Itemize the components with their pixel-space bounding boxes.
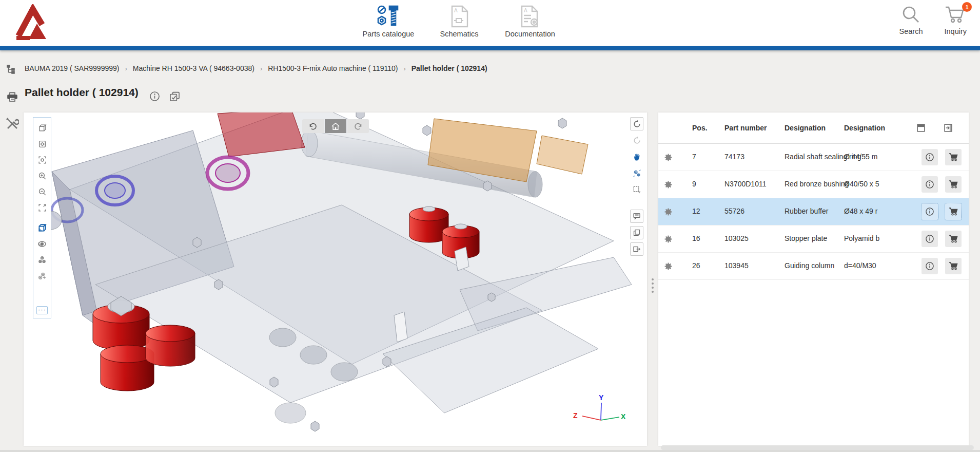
viewer-right-toolbar bbox=[629, 117, 644, 259]
visibility-eye-icon[interactable] bbox=[34, 236, 50, 252]
part-row[interactable]: 16 103025 Stopper plate Polyamid b bbox=[658, 225, 969, 253]
cell-part-number: N3700D1011 bbox=[724, 180, 766, 188]
explode-settings-icon[interactable] bbox=[630, 166, 643, 180]
part-info-button[interactable] bbox=[922, 203, 938, 220]
print-button[interactable] bbox=[7, 92, 18, 102]
main-nav: Parts catalogue A Schematics A bbox=[353, 3, 565, 38]
cell-designation-2: Polyamid b bbox=[844, 234, 883, 242]
add-to-cart-button[interactable] bbox=[945, 176, 962, 193]
cell-designation: Rubber buffer bbox=[785, 207, 828, 215]
part-info-button[interactable] bbox=[922, 231, 938, 247]
more-tools-button[interactable]: ··· bbox=[36, 306, 48, 314]
cell-designation: Stopper plate bbox=[785, 234, 827, 242]
fullscreen-icon[interactable] bbox=[34, 200, 50, 216]
axis-z-label: Z bbox=[573, 411, 578, 420]
header-actions: Search 1 Inquiry bbox=[899, 5, 967, 35]
breadcrumb-item-current: Pallet holder ( 102914) bbox=[411, 64, 487, 72]
nav-label: Schematics bbox=[440, 30, 479, 38]
area-select-icon[interactable] bbox=[630, 183, 643, 196]
nav-label: Documentation bbox=[505, 30, 555, 38]
home-view-button[interactable] bbox=[325, 119, 346, 133]
redo-button[interactable] bbox=[347, 119, 369, 133]
nav-documentation[interactable]: A Documentation bbox=[495, 3, 565, 38]
search-label: Search bbox=[899, 27, 923, 35]
isometric-view-icon[interactable] bbox=[34, 120, 50, 136]
page-title: Pallet holder ( 102914) bbox=[25, 86, 139, 99]
zoom-out-icon[interactable] bbox=[34, 184, 50, 200]
col-header-designation-2: Designation bbox=[844, 124, 885, 132]
viewer-left-toolbar: ··· bbox=[33, 117, 51, 318]
breadcrumb-item[interactable]: Machine RH 1500-3 VA ( 94663-0038) bbox=[133, 64, 254, 72]
assembly-gears-icon[interactable] bbox=[34, 252, 50, 268]
breadcrumb-item[interactable]: BAUMA 2019 ( SAR9999999) bbox=[25, 64, 119, 72]
viewer-top-toolbar bbox=[302, 119, 369, 133]
add-to-cart-button[interactable] bbox=[945, 231, 962, 247]
inquiry-label: Inquiry bbox=[944, 27, 967, 35]
part-info-button[interactable] bbox=[922, 258, 938, 274]
cell-designation-2: Ø40/50 x 5 bbox=[844, 180, 883, 188]
search-button[interactable]: Search bbox=[899, 5, 923, 35]
cell-designation: Guiding column bbox=[785, 261, 834, 270]
disassembly-gear-icon[interactable] bbox=[34, 268, 50, 284]
cell-part-number: 55726 bbox=[724, 207, 744, 215]
cell-part-number: 103025 bbox=[724, 234, 749, 242]
rotate-disabled-icon[interactable] bbox=[630, 134, 643, 147]
breadcrumb-item[interactable]: RH1500-3 F-mix Auto machine ( 119110) bbox=[268, 64, 398, 72]
transparency-mode-icon[interactable] bbox=[34, 220, 50, 236]
hierarchy-tree-icon[interactable] bbox=[6, 64, 16, 74]
pan-hand-icon[interactable] bbox=[630, 150, 643, 163]
zoom-in-icon[interactable] bbox=[34, 168, 50, 184]
cell-designation-2: d=40/M30 bbox=[844, 261, 883, 270]
row-actions-gear-icon[interactable] bbox=[664, 262, 673, 271]
breadcrumb-separator: › bbox=[260, 65, 262, 72]
add-to-cart-button[interactable] bbox=[945, 149, 962, 165]
annotations-icon[interactable] bbox=[630, 210, 643, 223]
cad-model bbox=[24, 112, 647, 446]
svg-text:A: A bbox=[454, 8, 458, 13]
parts-catalogue-icon bbox=[377, 3, 400, 28]
title-select-parts-icon[interactable] bbox=[169, 91, 180, 102]
part-info-button[interactable] bbox=[922, 176, 938, 193]
row-actions-gear-icon[interactable] bbox=[664, 153, 673, 162]
undo-button[interactable] bbox=[302, 119, 324, 133]
add-to-cart-button[interactable] bbox=[945, 203, 962, 220]
part-row-selected[interactable]: 12 55726 Rubber buffer Ø48 x 49 r bbox=[658, 198, 969, 225]
axis-triad: Y Z X bbox=[569, 393, 625, 430]
collapse-panel-icon[interactable] bbox=[942, 122, 954, 134]
cad-viewport[interactable]: Y Z X bbox=[24, 112, 647, 446]
viewer-panel: Y Z X bbox=[24, 112, 647, 446]
cell-designation: Red bronze bushing bbox=[785, 180, 849, 188]
parts-table-header: Pos. Part number Designation Designation bbox=[658, 112, 969, 144]
breadcrumb: BAUMA 2019 ( SAR9999999)›Machine RH 1500… bbox=[25, 64, 487, 72]
horizontal-scrollbar[interactable] bbox=[661, 445, 974, 450]
orbit-rotate-icon[interactable] bbox=[630, 117, 643, 130]
render-settings-icon[interactable] bbox=[34, 136, 50, 152]
cell-pos: 7 bbox=[692, 153, 696, 161]
part-row[interactable]: 26 103945 Guiding column d=40/M30 bbox=[658, 253, 969, 280]
row-actions-gear-icon[interactable] bbox=[664, 180, 673, 189]
views-list-icon[interactable] bbox=[630, 226, 643, 239]
col-header-pos: Pos. bbox=[692, 124, 708, 132]
part-row[interactable]: 7 74173 Radial shaft sealing ring Ø 44/5… bbox=[658, 144, 969, 171]
row-actions-gear-icon[interactable] bbox=[664, 208, 673, 216]
cell-designation-2: Ø48 x 49 r bbox=[844, 207, 883, 215]
part-info-button[interactable] bbox=[922, 149, 938, 165]
part-row[interactable]: 9 N3700D1011 Red bronze bushing Ø40/50 x… bbox=[658, 171, 969, 198]
cell-pos: 12 bbox=[692, 207, 700, 215]
panel-resize-handle[interactable] bbox=[650, 276, 656, 295]
nav-parts-catalogue[interactable]: Parts catalogue bbox=[353, 3, 424, 38]
toggle-detail-view-icon[interactable] bbox=[915, 122, 927, 134]
settings-tools-icon[interactable] bbox=[6, 117, 19, 130]
add-to-cart-button[interactable] bbox=[945, 258, 962, 274]
company-logo[interactable] bbox=[14, 4, 46, 40]
breadcrumb-separator: › bbox=[403, 65, 405, 72]
inquiry-button[interactable]: 1 Inquiry bbox=[944, 5, 967, 35]
header-accent-bar bbox=[0, 46, 980, 50]
row-actions-gear-icon[interactable] bbox=[664, 235, 673, 243]
fit-to-view-icon[interactable] bbox=[34, 152, 50, 168]
cell-part-number: 103945 bbox=[724, 261, 749, 270]
nav-schematics[interactable]: A Schematics bbox=[424, 3, 495, 38]
export-view-icon[interactable] bbox=[630, 242, 643, 256]
title-info-icon[interactable] bbox=[149, 91, 160, 102]
breadcrumb-separator: › bbox=[125, 65, 127, 72]
